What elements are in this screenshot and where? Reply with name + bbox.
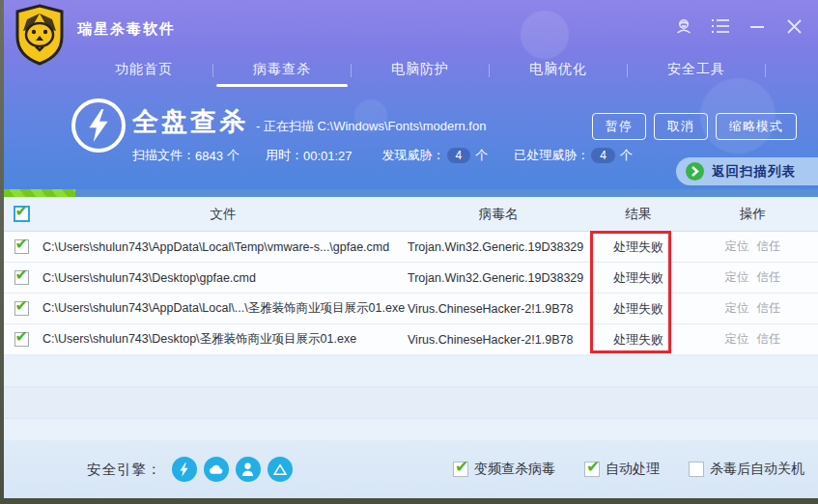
threats-handled-badge: 4 <box>591 148 615 163</box>
file-path: C:\Users\shulun743\AppData\Local\...\圣雅装… <box>39 300 408 317</box>
engine-drive-icon[interactable] <box>268 457 293 482</box>
file-path: C:\Users\shulun743\Desktop\圣雅装饰商业项目展示01.… <box>39 331 408 348</box>
col-header-file: 文件 <box>39 206 408 223</box>
pause-button[interactable]: 暂停 <box>592 113 646 140</box>
option-label: 杀毒后自动关机 <box>710 461 804 478</box>
security-engines: 安全引擎： <box>87 457 299 482</box>
app-title: 瑞星杀毒软件 <box>77 20 176 39</box>
checkbox[interactable] <box>584 462 600 477</box>
close-icon[interactable] <box>783 15 804 37</box>
row-checkbox[interactable] <box>14 332 29 347</box>
stat-elapsed-time: 用时：00:01:27 <box>266 147 356 164</box>
minimize-icon[interactable] <box>747 15 768 37</box>
back-button-label: 返回扫描列表 <box>712 163 796 181</box>
engine-cloud-icon[interactable] <box>204 457 229 482</box>
footer-bar: 安全引擎： <box>4 440 818 498</box>
checkbox[interactable] <box>689 462 704 477</box>
scan-status-prefix: - 正在扫描 <box>256 119 314 133</box>
cancel-button[interactable]: 取消 <box>654 113 708 140</box>
compact-mode-button[interactable]: 缩略模式 <box>716 113 797 140</box>
locate-link[interactable]: 定位 <box>725 270 749 284</box>
table-row: C:\Users\shulun743\Desktop\圣雅装饰商业项目展示01.… <box>4 324 818 355</box>
nav-separator <box>765 64 766 77</box>
stat-threats-handled: 已处理威胁：4个 <box>514 147 633 164</box>
scan-progress-bar <box>4 189 818 197</box>
virus-name: Trojan.Win32.Generic.19D38329 <box>408 240 589 254</box>
titlebar: 瑞星杀毒软件 <box>4 0 818 53</box>
select-all-checkbox[interactable] <box>14 206 30 222</box>
header: 瑞星杀毒软件 <box>4 0 818 197</box>
result-status: 处理失败 <box>589 331 688 349</box>
trust-link[interactable]: 信任 <box>757 301 781 315</box>
option-label: 变频查杀病毒 <box>474 461 555 478</box>
result-status: 处理失败 <box>589 269 688 287</box>
tab-pc-optimize[interactable]: 电脑优化 <box>490 53 627 87</box>
virus-name: Trojan.Win32.Generic.19D38329 <box>408 271 589 285</box>
table-row: C:\Users\shulun743\Desktop\gpfae.cmd Tro… <box>4 263 818 294</box>
tab-virus-scan-label: 病毒查杀 <box>253 61 311 76</box>
stat-threats-found: 发现威胁：4个 <box>382 147 489 164</box>
row-checkbox[interactable] <box>14 239 29 254</box>
option-shutdown-after-scan[interactable]: 杀毒后自动关机 <box>689 461 804 478</box>
engine-lightning-icon[interactable] <box>172 457 197 482</box>
scan-title: 全盘查杀 <box>132 104 248 139</box>
locate-link[interactable]: 定位 <box>725 301 749 315</box>
checkbox[interactable] <box>453 462 468 477</box>
row-actions: 定位信任 <box>688 300 818 317</box>
row-checkbox[interactable] <box>14 270 29 285</box>
app-logo-icon <box>14 4 66 66</box>
trust-link[interactable]: 信任 <box>757 270 781 284</box>
empty-table-area <box>4 355 818 440</box>
tab-security-tools[interactable]: 安全工具 <box>628 53 765 87</box>
engine-user-icon[interactable] <box>236 457 261 482</box>
option-label: 自动处理 <box>606 461 660 478</box>
scanning-file-path: C:\Windows\Fonts\modern.fon <box>318 119 487 133</box>
virus-name: Virus.ChineseHacker-2!1.9B78 <box>408 333 589 347</box>
trust-link[interactable]: 信任 <box>757 239 781 253</box>
footer-options: 变频查杀病毒 自动处理 杀毒后自动关机 <box>453 461 804 478</box>
virus-name: Virus.ChineseHacker-2!1.9B78 <box>408 302 589 316</box>
main-nav: 功能首页 病毒查杀 电脑防护 电脑优化 安全工具 <box>4 53 818 87</box>
table-header-row: 文件 病毒名 结果 操作 <box>4 197 818 232</box>
scan-buttons: 暂停 取消 缩略模式 <box>592 113 797 140</box>
scan-panel: 全盘查杀 - 正在扫描 C:\Windows\Fonts\modern.fon … <box>4 87 818 189</box>
option-variable-frequency-scan[interactable]: 变频查杀病毒 <box>453 461 555 478</box>
lightning-scan-icon <box>71 98 126 153</box>
locate-link[interactable]: 定位 <box>725 239 749 253</box>
back-to-scan-list-button[interactable]: 返回扫描列表 <box>676 157 818 185</box>
option-auto-handle[interactable]: 自动处理 <box>584 461 660 478</box>
col-header-action: 操作 <box>688 206 818 223</box>
trust-link[interactable]: 信任 <box>757 332 781 346</box>
threats-found-badge: 4 <box>447 148 471 163</box>
row-actions: 定位信任 <box>688 269 818 286</box>
window-controls <box>673 15 804 37</box>
row-actions: 定位信任 <box>688 238 818 255</box>
green-arrow-icon <box>686 162 704 181</box>
table-row: C:\Users\shulun743\AppData\Local\...\圣雅装… <box>4 294 818 324</box>
row-actions: 定位信任 <box>688 331 818 348</box>
engines-label: 安全引擎： <box>87 461 162 479</box>
col-header-virus: 病毒名 <box>408 206 589 223</box>
stat-scanned-files: 扫描文件：6843个 <box>132 147 240 164</box>
scan-stats: 扫描文件：6843个 用时：00:01:27 发现威胁：4个 已处理威胁：4个 <box>132 147 659 164</box>
menu-icon[interactable] <box>710 15 731 37</box>
scan-status: - 正在扫描 C:\Windows\Fonts\modern.fon <box>256 118 486 135</box>
support-icon[interactable] <box>673 15 694 37</box>
locate-link[interactable]: 定位 <box>725 332 749 346</box>
table-row: C:\Users\shulun743\AppData\Local\Temp\vm… <box>4 232 818 263</box>
col-header-result: 结果 <box>589 206 688 223</box>
result-status: 处理失败 <box>589 238 688 256</box>
file-path: C:\Users\shulun743\Desktop\gpfae.cmd <box>39 271 408 285</box>
scan-progress-fill <box>4 189 75 197</box>
tab-virus-scan[interactable]: 病毒查杀 <box>213 53 351 87</box>
row-checkbox[interactable] <box>14 301 29 316</box>
tab-pc-protection[interactable]: 电脑防护 <box>352 53 489 87</box>
app-window: 瑞星杀毒软件 <box>4 0 818 498</box>
tab-home[interactable]: 功能首页 <box>75 53 212 87</box>
results-table: 文件 病毒名 结果 操作 C:\Users\shulun743\AppData\… <box>4 197 818 440</box>
file-path: C:\Users\shulun743\AppData\Local\Temp\vm… <box>39 240 408 254</box>
result-status: 处理失败 <box>589 300 688 318</box>
